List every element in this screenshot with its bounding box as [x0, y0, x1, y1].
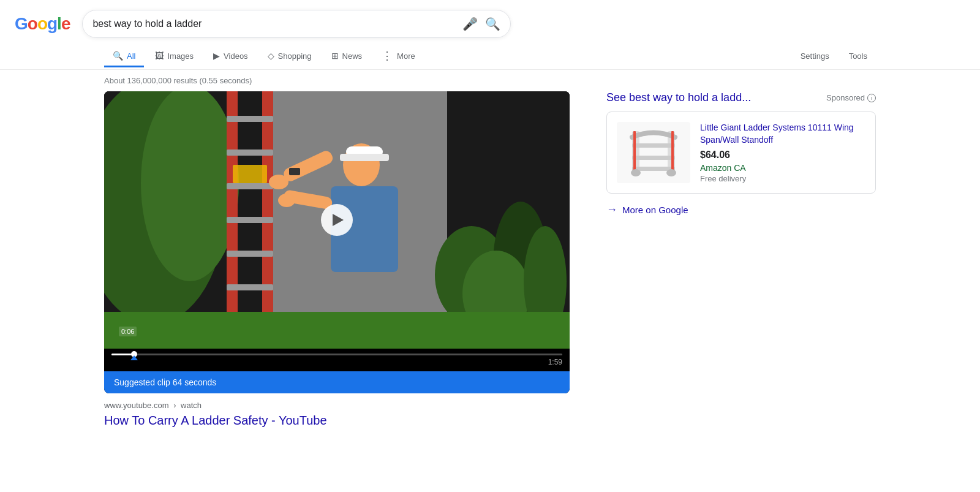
- tab-images[interactable]: 🖼 Images: [146, 46, 202, 67]
- more-on-google-link[interactable]: → More on Google: [606, 203, 876, 216]
- logo-letter-o1: o: [28, 14, 37, 33]
- results-count: About 136,000,000 results (0.55 seconds): [0, 70, 980, 91]
- product-image: [617, 122, 690, 183]
- right-column: See best way to hold a ladd... Sponsored…: [606, 91, 876, 428]
- product-seller: Amazon CA: [700, 163, 865, 173]
- info-icon[interactable]: i: [867, 94, 876, 102]
- video-controls: 0:06 1:59: [104, 349, 570, 371]
- svg-rect-31: [632, 143, 675, 148]
- tab-tools[interactable]: Tools: [840, 47, 876, 67]
- svg-rect-7: [227, 149, 273, 156]
- svg-rect-13: [233, 165, 267, 183]
- svg-point-22: [278, 194, 295, 207]
- main-content: 0:06 1:59 Suggested clip 64 seconds: [0, 91, 980, 428]
- microphone-icon[interactable]: 🎤: [462, 17, 478, 31]
- suggested-clip-bar: Suggested clip 64 seconds: [104, 371, 570, 393]
- tab-more[interactable]: ⋮ More: [373, 44, 424, 69]
- search-tabs: 🔍 All 🖼 Images ▶ Videos ◇ Shopping ⊞ New…: [0, 38, 980, 70]
- tab-shopping[interactable]: ◇ Shopping: [259, 46, 320, 67]
- breadcrumb-arrow: ›: [173, 401, 176, 410]
- svg-rect-34: [633, 131, 636, 174]
- left-column: 0:06 1:59 Suggested clip 64 seconds: [104, 91, 570, 428]
- progress-bar[interactable]: [111, 354, 562, 355]
- svg-rect-10: [227, 251, 273, 257]
- product-price: $64.06: [700, 149, 865, 161]
- time-current: 0:06: [119, 327, 137, 336]
- svg-rect-35: [671, 131, 674, 174]
- header: Google 🎤 🔍: [0, 0, 980, 38]
- settings-tools-group: Settings Tools: [792, 47, 876, 67]
- search-bar[interactable]: 🎤 🔍: [82, 10, 511, 38]
- sponsored-badge: Sponsored i: [826, 93, 876, 102]
- logo-letter-g2: g: [47, 14, 57, 33]
- time-display: 1:59: [111, 358, 562, 366]
- more-dots-icon: ⋮: [382, 49, 393, 62]
- search-button-icon[interactable]: 🔍: [485, 17, 500, 31]
- logo-letter-g: G: [15, 14, 28, 33]
- shopping-icon: ◇: [268, 51, 274, 61]
- time-end: 1:59: [548, 358, 562, 366]
- svg-point-37: [666, 169, 676, 176]
- shopping-ad-header: See best way to hold a ladd... Sponsored…: [606, 91, 876, 104]
- product-delivery: Free delivery: [700, 174, 865, 183]
- product-info: Little Giant Ladder Systems 10111 Wing S…: [700, 122, 865, 183]
- play-button[interactable]: [321, 204, 353, 236]
- video-thumbnail[interactable]: [104, 91, 570, 349]
- result-breadcrumb: www.youtube.com › watch: [104, 393, 570, 412]
- svg-rect-8: [227, 183, 273, 189]
- product-image-svg: [620, 125, 687, 180]
- svg-point-21: [269, 175, 288, 189]
- svg-rect-20: [289, 168, 300, 175]
- all-icon: 🔍: [113, 51, 123, 61]
- search-input[interactable]: [92, 18, 462, 29]
- product-name-link[interactable]: Little Giant Ladder Systems 10111 Wing S…: [700, 122, 865, 146]
- svg-rect-11: [227, 284, 273, 290]
- play-triangle-icon: [333, 214, 344, 226]
- svg-rect-16: [340, 154, 389, 161]
- search-icons: 🎤 🔍: [462, 17, 500, 31]
- arrow-right-icon: →: [606, 203, 617, 216]
- tab-settings[interactable]: Settings: [792, 47, 838, 67]
- result-title-link[interactable]: How To Carry A Ladder Safety - YouTube: [104, 414, 327, 427]
- svg-rect-32: [632, 156, 675, 160]
- clip-marker: [130, 355, 138, 360]
- google-logo[interactable]: Google: [15, 14, 70, 34]
- tab-all[interactable]: 🔍 All: [104, 46, 144, 67]
- svg-rect-27: [104, 312, 570, 349]
- logo-letter-e: e: [61, 14, 70, 33]
- shopping-ad-title[interactable]: See best way to hold a ladd...: [606, 91, 751, 104]
- product-card[interactable]: Little Giant Ladder Systems 10111 Wing S…: [606, 112, 876, 194]
- news-icon: ⊞: [331, 51, 339, 61]
- svg-point-36: [631, 169, 641, 176]
- svg-rect-6: [227, 116, 273, 122]
- logo-letter-l: l: [57, 14, 61, 33]
- tab-news[interactable]: ⊞ News: [323, 46, 371, 67]
- logo-letter-o2: o: [37, 14, 47, 33]
- images-icon: 🖼: [155, 51, 164, 61]
- tab-videos[interactable]: ▶ Videos: [205, 46, 257, 67]
- videos-icon: ▶: [213, 51, 220, 61]
- video-card: 0:06 1:59 Suggested clip 64 seconds: [104, 91, 570, 393]
- svg-rect-9: [227, 217, 273, 223]
- svg-point-3: [141, 91, 239, 281]
